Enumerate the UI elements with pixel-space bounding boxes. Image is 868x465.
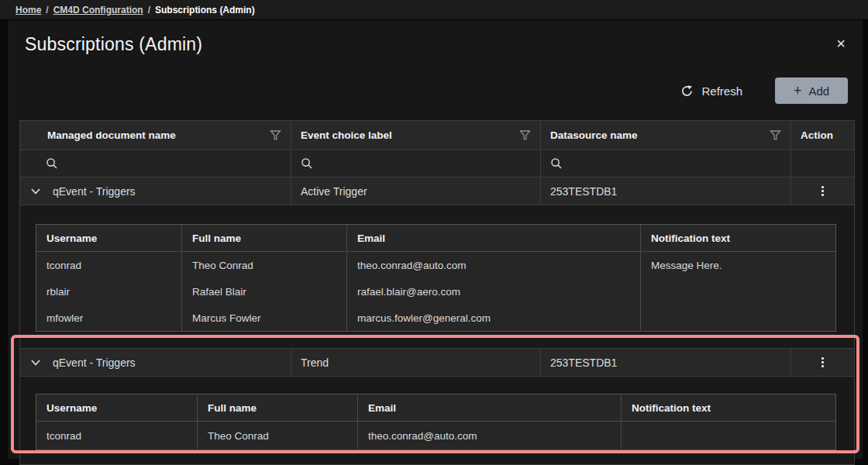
sub-column-email: Email: [358, 394, 622, 421]
subscriptions-table: Managed document name Event choice label…: [19, 120, 855, 465]
email-cell: theo.conrad@auto.com: [358, 422, 622, 450]
column-label: Managed document name: [47, 129, 176, 141]
full-name-cell: Theo Conrad: [198, 422, 358, 450]
search-field-managed-document-name[interactable]: [20, 150, 291, 177]
search-icon: [46, 157, 58, 170]
collapse-row-button[interactable]: [26, 181, 46, 202]
search-row-action-cell: [791, 150, 854, 177]
toolbar: Refresh + Add: [680, 78, 848, 104]
datasource-cell: 253TESTDB1: [541, 177, 791, 205]
table-search-row: [20, 150, 854, 177]
email-cell: rafael.blair@aero.com: [347, 278, 641, 305]
full-name-cell: Theo Conrad: [182, 252, 347, 278]
column-header-action: Action: [791, 121, 854, 150]
action-cell: [791, 349, 854, 376]
collapse-row-button[interactable]: [26, 353, 46, 373]
breadcrumb: Home / CM4D Configuration / Subscription…: [0, 0, 868, 20]
subscribers-table: Username Full name Email Notification te…: [36, 394, 836, 450]
close-icon: ×: [836, 35, 846, 52]
column-header-event-choice-label[interactable]: Event choice label: [291, 121, 541, 150]
subscriber-row: tconrad Theo Conrad theo.conrad@auto.com…: [36, 252, 835, 278]
column-header-datasource-name[interactable]: Datasource name: [541, 121, 791, 150]
full-name-cell: Rafael Blair: [182, 278, 347, 305]
username-cell: mfowler: [36, 305, 182, 331]
add-button[interactable]: + Add: [775, 78, 848, 104]
breadcrumb-current: Subscriptions (Admin): [155, 5, 255, 16]
sub-column-username: Username: [36, 225, 182, 251]
close-button[interactable]: ×: [832, 34, 850, 53]
search-icon: [550, 157, 563, 170]
action-cell: [791, 177, 854, 205]
username-cell: rblair: [36, 278, 182, 305]
subscribers-detail-active-trigger: Username Full name Email Notification te…: [20, 205, 854, 348]
email-cell: marcus.fowler@general.com: [347, 305, 641, 331]
subscribers-detail-trend: Username Full name Email Notification te…: [20, 376, 854, 464]
table-header-row: Managed document name Event choice label…: [20, 121, 854, 150]
sub-column-email: Email: [347, 225, 641, 251]
notification-text-cell: [641, 278, 835, 305]
refresh-label: Refresh: [701, 84, 742, 98]
managed-document-cell: qEvent - Triggers: [20, 177, 291, 205]
email-cell: theo.conrad@auto.com: [347, 252, 641, 278]
subscriber-row: tconrad Theo Conrad theo.conrad@auto.com: [36, 422, 835, 450]
breadcrumb-link-cm4d-configuration[interactable]: CM4D Configuration: [53, 5, 143, 16]
refresh-icon: [680, 84, 694, 98]
event-choice-cell: Active Trigger: [291, 177, 541, 205]
search-field-datasource-name[interactable]: [541, 150, 791, 177]
sub-column-username: Username: [36, 394, 198, 421]
filter-icon[interactable]: [519, 130, 531, 140]
subscribers-header-row: Username Full name Email Notification te…: [36, 394, 835, 422]
managed-document-name: qEvent - Triggers: [53, 185, 136, 198]
sub-column-full-name: Full name: [198, 394, 358, 421]
search-field-event-choice-label[interactable]: [291, 150, 541, 177]
sub-column-notification-text: Notification text: [641, 225, 835, 251]
table-row-trend[interactable]: qEvent - Triggers Trend 253TESTDB1: [20, 348, 854, 376]
breadcrumb-separator: /: [148, 5, 150, 16]
plus-icon: +: [794, 84, 802, 98]
notification-text-cell: Message Here.: [641, 252, 835, 278]
event-choice-cell: Trend: [291, 349, 541, 376]
username-cell: tconrad: [36, 422, 198, 450]
table-row-active-trigger[interactable]: qEvent - Triggers Active Trigger 253TEST…: [20, 177, 854, 205]
notification-text-cell: [641, 305, 835, 331]
column-label: Action: [801, 129, 833, 141]
add-label: Add: [808, 84, 829, 98]
kebab-icon: [822, 357, 824, 360]
kebab-icon: [822, 186, 824, 188]
subscriptions-panel: Subscriptions (Admin) × Refresh + Add Ma…: [8, 20, 863, 459]
subscriber-row: mfowler Marcus Fowler marcus.fowler@gene…: [36, 305, 835, 331]
subscriber-row: rblair Rafael Blair rafael.blair@aero.co…: [36, 278, 835, 305]
breadcrumb-link-home[interactable]: Home: [16, 5, 41, 16]
managed-document-name: qEvent - Triggers: [53, 356, 136, 369]
row-actions-menu-button[interactable]: [815, 354, 830, 370]
filter-icon[interactable]: [770, 130, 781, 140]
username-cell: tconrad: [36, 252, 182, 278]
column-label: Event choice label: [301, 129, 392, 141]
managed-document-cell: qEvent - Triggers: [20, 349, 291, 376]
filter-icon[interactable]: [270, 130, 281, 140]
subscribers-table: Username Full name Email Notification te…: [36, 224, 836, 332]
sub-column-notification-text: Notification text: [622, 394, 835, 421]
breadcrumb-separator: /: [46, 5, 48, 16]
page-title: Subscriptions (Admin): [25, 34, 202, 55]
refresh-button[interactable]: Refresh: [680, 84, 742, 98]
subscribers-header-row: Username Full name Email Notification te…: [36, 225, 835, 252]
column-header-managed-document-name[interactable]: Managed document name: [20, 121, 291, 150]
datasource-cell: 253TESTDB1: [541, 349, 791, 376]
sub-column-full-name: Full name: [182, 225, 347, 251]
notification-text-cell: [622, 422, 835, 450]
row-actions-menu-button[interactable]: [815, 183, 830, 199]
column-label: Datasource name: [550, 129, 638, 141]
search-icon: [301, 157, 313, 170]
full-name-cell: Marcus Fowler: [182, 305, 347, 331]
